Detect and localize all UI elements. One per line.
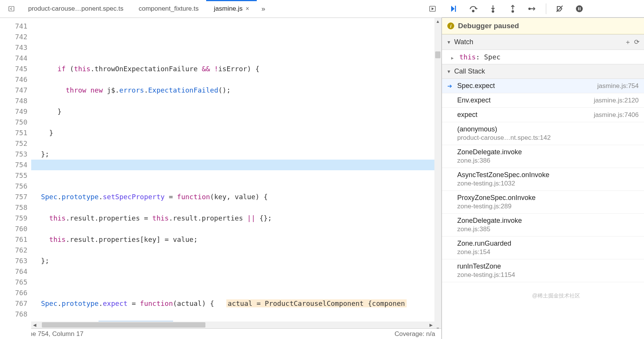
code-editor[interactable]: 7417427437447457467477487497507517527537… [0, 18, 442, 339]
line-number: 758 [0, 202, 27, 213]
collapse-icon[interactable]: ▼ [447, 69, 451, 74]
coverage-label: Coverage: n/a [394, 330, 435, 338]
svg-rect-9 [580, 7, 580, 10]
file-tab-spec[interactable]: product-carouse…ponent.spec.ts [21, 0, 131, 18]
horizontal-scrollbar[interactable]: ◀ ▶ [31, 321, 434, 328]
watch-panel-header[interactable]: ▼ Watch ＋ ⟳ [442, 34, 644, 50]
line-number: 755 [0, 170, 27, 181]
watch-title: Watch [454, 38, 473, 46]
line-number: 742 [0, 32, 27, 42]
refresh-watch-icon[interactable]: ⟳ [634, 38, 639, 46]
line-number: 756 [0, 181, 27, 192]
svg-point-6 [529, 8, 530, 10]
step-out-button[interactable] [505, 2, 521, 16]
line-number: 757 [0, 192, 27, 202]
svg-rect-0 [9, 6, 14, 11]
svg-point-3 [472, 10, 474, 11]
line-number: 749 [0, 106, 27, 117]
step-over-button[interactable] [465, 2, 481, 16]
scroll-thumb[interactable] [435, 51, 440, 58]
line-number: 744 [0, 53, 27, 64]
tab-label: jasmine.js [214, 5, 243, 13]
frame-location: zone.js:154 [447, 248, 639, 256]
frame-location: jasmine.js:7406 [594, 111, 639, 119]
expand-icon[interactable]: ▶ [451, 56, 454, 61]
frame-name: runInTestZone [457, 262, 639, 270]
stack-frame[interactable]: Env.expectjasmine.js:2120 [442, 93, 644, 108]
banner-text: Debugger paused [458, 22, 519, 30]
line-number: 765 [0, 277, 27, 288]
scroll-up-icon[interactable]: ▲ [434, 18, 441, 25]
stack-frame[interactable]: runInTestZonezone-testing.js:1154 [442, 259, 644, 282]
step-button[interactable] [525, 2, 541, 16]
stack-frame[interactable]: expectjasmine.js:7406 [442, 108, 644, 122]
line-number: 745 [0, 64, 27, 74]
code-area[interactable]: if (this.throwOnExpectationFailure && !i… [31, 18, 441, 339]
tab-history-back[interactable] [7, 4, 16, 13]
line-number: 763 [0, 256, 27, 266]
frame-name: expect [457, 111, 590, 119]
line-number: 768 [0, 309, 27, 320]
current-frame-icon: ➔ [447, 83, 453, 90]
frame-name: ZoneDelegate.invoke [457, 217, 639, 225]
toolbar-divider [546, 3, 546, 14]
watch-value: Spec [484, 53, 501, 61]
frame-location: zone-testing.js:1154 [447, 271, 639, 279]
watch-expr: this [459, 53, 475, 61]
line-number: 743 [0, 42, 27, 53]
deactivate-breakpoints-button[interactable] [552, 2, 568, 16]
collapse-icon[interactable]: ▼ [447, 40, 451, 45]
svg-rect-8 [578, 7, 579, 10]
close-icon[interactable]: × [246, 5, 249, 12]
cursor-position: Line 754, Column 17 [24, 330, 83, 338]
frame-location: jasmine.js:754 [597, 82, 639, 90]
stack-frame[interactable]: ZoneDelegate.invokezone.js:386 [442, 145, 644, 168]
line-number: 746 [0, 74, 27, 85]
vertical-scrollbar[interactable]: ▲ ▼ [434, 18, 441, 332]
line-number: 753 [0, 149, 27, 160]
stack-frame[interactable]: Zone.runGuardedzone.js:154 [442, 237, 644, 259]
line-number: 759 [0, 213, 27, 224]
callstack-title: Call Stack [454, 67, 485, 75]
line-number: 760 [0, 224, 27, 234]
add-watch-icon[interactable]: ＋ [625, 38, 631, 46]
step-into-button[interactable] [485, 2, 501, 16]
line-number: 764 [0, 266, 27, 277]
frame-name: Env.expect [457, 96, 590, 104]
stack-frame[interactable]: ZoneDelegate.invokezone.js:385 [442, 214, 644, 237]
file-tab-jasmine[interactable]: jasmine.js × [206, 0, 257, 18]
resume-button[interactable] [445, 2, 461, 16]
scroll-right-icon[interactable]: ▶ [428, 321, 434, 328]
scroll-thumb[interactable] [42, 322, 205, 328]
frame-location: zone.js:385 [447, 225, 639, 233]
frame-name: (anonymous) [457, 125, 639, 133]
line-number: 751 [0, 128, 27, 138]
tab-label: component_fixture.ts [138, 5, 199, 13]
svg-point-7 [576, 5, 583, 12]
frame-location: zone-testing.js:1032 [447, 180, 639, 187]
callstack-panel-header[interactable]: ▼ Call Stack [442, 64, 644, 79]
stack-frame[interactable]: AsyncTestZoneSpec.onInvokezone-testing.j… [442, 168, 644, 191]
run-snippet-icon[interactable] [428, 4, 437, 13]
scroll-left-icon[interactable]: ◀ [31, 321, 38, 328]
frame-name: Spec.expect [457, 82, 593, 90]
info-icon: i [447, 22, 454, 29]
status-bar: {} Line 754, Column 17 Coverage: n/a [0, 328, 441, 339]
frame-location: product-carouse…nt.spec.ts:142 [447, 134, 639, 142]
line-number: 747 [0, 85, 27, 96]
stack-frame[interactable]: ProxyZoneSpec.onInvokezone-testing.js:28… [442, 191, 644, 214]
pause-on-exceptions-button[interactable] [571, 2, 587, 16]
tabs-overflow[interactable]: » [257, 5, 270, 13]
svg-point-5 [512, 10, 514, 12]
line-number: 767 [0, 298, 27, 309]
stack-frame[interactable]: ➔Spec.expectjasmine.js:754 [442, 79, 644, 93]
frame-location: zone.js:386 [447, 157, 639, 165]
stack-frame[interactable]: (anonymous)product-carouse…nt.spec.ts:14… [442, 122, 644, 145]
frame-name: AsyncTestZoneSpec.onInvoke [457, 171, 639, 179]
watch-item[interactable]: ▶ this: Spec [442, 50, 644, 64]
tab-label: product-carouse…ponent.spec.ts [28, 5, 123, 13]
file-tab-fixture[interactable]: component_fixture.ts [131, 0, 206, 18]
inline-value-hint: actual = ProductCarouselComponent {compo… [226, 299, 407, 307]
line-number: 748 [0, 96, 27, 106]
line-number: 750 [0, 117, 27, 128]
